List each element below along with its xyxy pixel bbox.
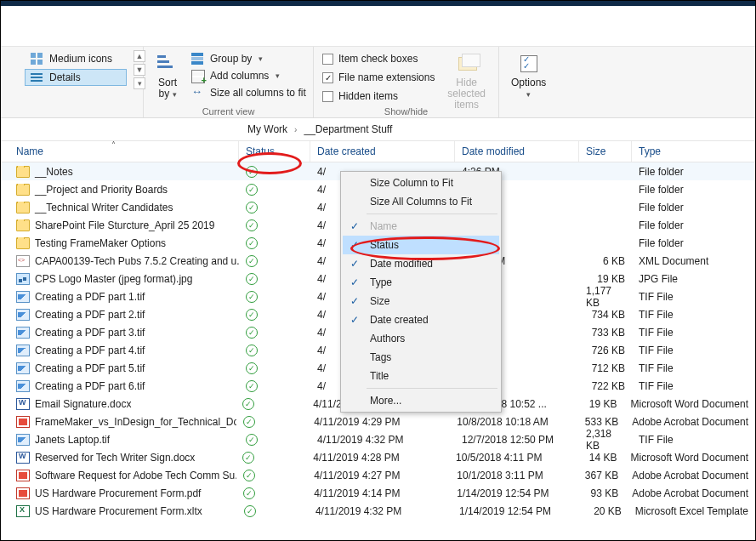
file-name: Creating a PDF part 3.tif <box>35 327 145 339</box>
file-type: File folder <box>632 237 755 249</box>
ribbon-group-current-view: Sortby ▾ Group by ▾ Add columns ▾ Size a… <box>144 47 314 117</box>
size-all-columns-button[interactable]: Size all columns to fit <box>190 86 308 100</box>
sort-by-button[interactable]: Sortby ▾ <box>151 50 185 101</box>
file-size: 712 KB <box>579 362 632 374</box>
menu-more[interactable]: More... <box>343 391 499 410</box>
menu-size-column-to-fit[interactable]: Size Column to Fit <box>343 174 499 192</box>
col-size-label: Size <box>586 145 605 157</box>
mi-label: Authors <box>370 333 405 345</box>
folder-icon <box>16 202 30 214</box>
file-row[interactable]: US Hardware Procurement Form.xltx✓4/11/2… <box>1 502 755 520</box>
tif-icon <box>16 327 30 339</box>
file-name: Creating a PDF part 6.tif <box>35 380 145 392</box>
file-name: Creating a PDF part 2.tif <box>35 309 145 321</box>
menu-tags[interactable]: Tags <box>343 348 499 367</box>
file-name: __Project and Priority Boards <box>35 184 168 196</box>
file-name: Testing FrameMaker Options <box>35 237 166 249</box>
status-synced-icon: ✓ <box>246 362 258 374</box>
group-by-icon <box>191 53 205 65</box>
column-header-status[interactable]: Status <box>239 141 310 162</box>
pdf-icon <box>16 470 30 481</box>
hidden-items-label: Hidden items <box>338 90 398 102</box>
file-date-created: 4/11/2019 4:29 PM <box>307 416 450 428</box>
status-synced-icon: ✓ <box>246 202 258 214</box>
column-header-type[interactable]: Type <box>632 141 755 162</box>
mi-label: Date created <box>370 314 429 326</box>
hidden-items-toggle[interactable]: Hidden items <box>321 89 436 103</box>
file-size: 726 KB <box>579 345 632 356</box>
file-size: 722 KB <box>579 380 632 392</box>
col-created-label: Date created <box>317 145 376 157</box>
col-status-label: Status <box>246 145 275 157</box>
add-columns-button[interactable]: Add columns ▾ <box>190 69 308 83</box>
file-row[interactable]: Janets Laptop.tif✓4/11/2019 4:32 PM12/7/… <box>1 430 755 448</box>
breadcrumb[interactable]: My Work › __Department Stuff <box>1 118 755 140</box>
file-size: 1,177 KB <box>579 285 632 309</box>
status-synced-icon: ✓ <box>243 416 255 428</box>
folder-icon <box>16 166 30 178</box>
file-name: Software Request for Adobe Tech Comm Su.… <box>35 470 236 481</box>
menu-type[interactable]: ✓Type <box>343 273 499 292</box>
menu-size-all-columns-to-fit[interactable]: Size All Columns to Fit <box>343 192 499 211</box>
layout-details[interactable]: Details <box>25 69 127 86</box>
sort-icon <box>157 54 178 74</box>
tif-icon <box>16 434 30 446</box>
size-all-label: Size all columns to fit <box>210 87 306 99</box>
menu-size[interactable]: ✓Size <box>343 292 499 310</box>
file-date-created: 4/11/2019 4:14 PM <box>307 487 450 499</box>
mi-label: Size <box>370 295 389 307</box>
column-header-date-modified[interactable]: Date modified <box>455 141 579 162</box>
file-name: CAPA00139-Tech Pubs 7.5.2 Creating and u… <box>35 255 239 267</box>
file-row[interactable]: FrameMaker_vs_InDesign_for_Technical_Do.… <box>1 413 755 430</box>
add-columns-icon <box>191 70 205 82</box>
file-name: Janets Laptop.tif <box>35 434 110 446</box>
group-by-button[interactable]: Group by ▾ <box>190 52 308 65</box>
item-check-label: Item check boxes <box>338 53 418 65</box>
status-synced-icon: ✓ <box>246 184 258 196</box>
file-name: Creating a PDF part 5.tif <box>35 362 145 374</box>
file-date-modified: 10/8/2018 10:18 AM <box>450 416 572 428</box>
file-row[interactable]: Software Request for Adobe Tech Comm Su.… <box>1 466 755 484</box>
file-size: 734 KB <box>579 309 632 321</box>
menu-title[interactable]: Title <box>343 367 499 385</box>
menu-status[interactable]: ✓Status <box>343 236 499 254</box>
col-mod-label: Date modified <box>462 145 525 157</box>
file-type: TIF File <box>632 380 755 392</box>
file-date-created: 4/11/2019 4:27 PM <box>307 470 450 481</box>
status-synced-icon: ✓ <box>246 327 258 339</box>
file-type: Microsoft Word Document <box>624 398 756 410</box>
col-type-label: Type <box>639 145 661 157</box>
menu-date-modified[interactable]: ✓Date modified <box>343 254 499 273</box>
menu-date-created[interactable]: ✓Date created <box>343 310 499 329</box>
mi-label: Tags <box>370 351 391 363</box>
column-header-date-created[interactable]: Date created <box>310 141 455 162</box>
file-name: SharePoint File Sturcture_April 25 2019 <box>35 219 214 231</box>
details-icon <box>31 72 44 83</box>
status-synced-icon: ✓ <box>242 398 254 410</box>
mi-label: Status <box>370 239 399 251</box>
file-type: TIF File <box>632 309 755 321</box>
ribbon: Medium icons Details ▲ ▼ ▾ Sortby ▾ <box>1 47 755 118</box>
breadcrumb-item[interactable]: __Department Stuff <box>304 123 392 135</box>
tif-icon <box>16 345 30 356</box>
file-type: File folder <box>632 202 755 214</box>
status-synced-icon: ✓ <box>243 487 255 499</box>
word-icon <box>16 398 30 410</box>
file-row[interactable]: Reserved for Tech Writer Sign.docx✓4/11/… <box>1 448 755 466</box>
file-type: File folder <box>632 166 755 178</box>
breadcrumb-item[interactable]: My Work <box>247 123 287 135</box>
file-type: TIF File <box>632 291 755 303</box>
file-name: FrameMaker_vs_InDesign_for_Technical_Do.… <box>35 416 236 428</box>
column-header-name[interactable]: Name <box>1 141 239 162</box>
file-row[interactable]: US Hardware Procurement Form.pdf✓4/11/20… <box>1 484 755 502</box>
file-type: XML Document <box>632 255 755 267</box>
menu-authors[interactable]: Authors <box>343 329 499 348</box>
item-check-boxes-toggle[interactable]: Item check boxes <box>321 52 436 65</box>
column-header-size[interactable]: Size <box>579 141 632 162</box>
file-name-extensions-toggle[interactable]: ✓ File name extensions <box>321 71 436 84</box>
folder-icon <box>16 184 30 196</box>
file-date-modified: 10/5/2018 4:11 PM <box>449 452 571 464</box>
layout-medium-icons[interactable]: Medium icons <box>25 50 127 67</box>
options-button[interactable]: Options▾ <box>506 50 551 101</box>
mi-label: Size All Columns to Fit <box>370 196 472 208</box>
